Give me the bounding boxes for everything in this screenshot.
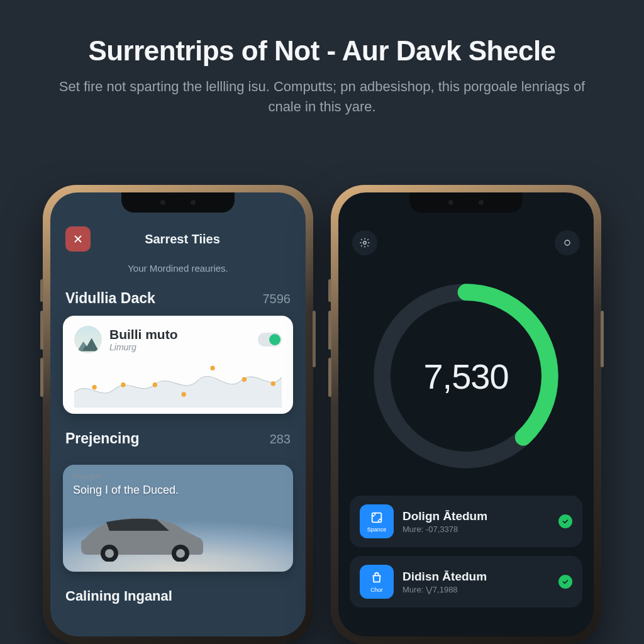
section-head-1: Vidullia Dack 7596 xyxy=(50,290,306,316)
svg-rect-15 xyxy=(372,513,382,522)
section-1-value: 7596 xyxy=(263,292,291,306)
header-title: Sarrest Tiies xyxy=(74,232,291,247)
items-list: Spance Dolign Ātedum Mure: -07,3378 xyxy=(338,496,594,608)
app-header: Sarrest Tiies xyxy=(50,226,306,258)
car-illustration xyxy=(75,502,207,564)
circle-icon xyxy=(562,238,572,248)
svg-point-5 xyxy=(242,377,247,382)
row-icon-label: Spance xyxy=(367,526,387,533)
card-title: Builli muto xyxy=(109,327,250,342)
bag-icon xyxy=(370,571,384,585)
list-item[interactable]: Chor Didisn Ātedum Mure: ⋁7,1988 xyxy=(350,556,582,608)
page-title: Surrentrips of Not - Aur Davk Shecle xyxy=(44,35,600,67)
page-subtitle: Set fire not sparting the lellling isu. … xyxy=(44,77,600,117)
check-icon xyxy=(562,518,569,525)
phone-notch xyxy=(121,192,235,213)
row-icon-space: Spance xyxy=(360,504,394,538)
status-badge xyxy=(558,575,572,589)
phone-left: Sarrest Tiies Your Mordined reauries. Vi… xyxy=(43,185,313,644)
mountain-icon xyxy=(74,326,102,353)
section-2-value: 283 xyxy=(270,432,291,447)
section-3-name: Calining Inganal xyxy=(50,572,306,604)
row-icon-chor: Chor xyxy=(360,565,394,599)
check-icon xyxy=(562,578,569,586)
svg-point-6 xyxy=(271,381,275,386)
gear-icon xyxy=(359,237,370,248)
svg-point-2 xyxy=(153,382,157,387)
row-subtitle: Mure: ⋁7,1988 xyxy=(402,585,550,594)
svg-point-12 xyxy=(565,240,570,245)
row-icon-label: Chor xyxy=(370,587,383,593)
hero: Surrentrips of Not - Aur Davk Shecle Set… xyxy=(0,0,644,136)
promo-image-card[interactable]: Proadcin Soing I of the Duced. xyxy=(63,465,293,572)
phone-right: 7,530 Spance Dolign Ātedum Mure: -07,337… xyxy=(331,185,601,644)
section-2-name: Prejencing xyxy=(65,430,140,447)
section-head-2: Prejencing 283 xyxy=(50,414,306,456)
gauge-value: 7,530 xyxy=(423,356,508,397)
svg-point-11 xyxy=(364,242,367,245)
phone-mockups: Sarrest Tiies Your Mordined reauries. Vi… xyxy=(0,185,644,644)
list-item[interactable]: Spance Dolign Ātedum Mure: -07,3378 xyxy=(350,496,582,547)
promo-tag: Proadcin xyxy=(73,472,102,480)
frame-icon xyxy=(370,511,384,525)
card-toggle[interactable] xyxy=(258,333,282,347)
stats-card[interactable]: Builli muto Limurg xyxy=(63,316,293,414)
row-subtitle: Mure: -07,3378 xyxy=(402,525,550,534)
sparkline-chart xyxy=(74,360,282,408)
section-1-name: Vidullia Dack xyxy=(65,290,155,307)
row-title: Dolign Ātedum xyxy=(402,509,550,523)
status-badge xyxy=(558,514,572,528)
app-topbar xyxy=(338,230,594,264)
svg-point-3 xyxy=(182,392,186,397)
more-button[interactable] xyxy=(555,230,580,255)
promo-caption: Soing I of the Duced. xyxy=(73,484,179,497)
header-subtitle: Your Mordined reauries. xyxy=(50,263,306,274)
phone-notch xyxy=(409,192,523,213)
svg-point-8 xyxy=(105,549,114,558)
progress-gauge: 7,530 xyxy=(365,275,567,477)
svg-point-4 xyxy=(210,366,214,371)
card-subtitle: Limurg xyxy=(109,342,250,352)
row-title: Didisn Ātedum xyxy=(402,570,550,584)
settings-button[interactable] xyxy=(352,230,377,255)
svg-point-0 xyxy=(92,385,96,390)
svg-point-1 xyxy=(121,382,125,387)
svg-point-10 xyxy=(176,549,185,558)
